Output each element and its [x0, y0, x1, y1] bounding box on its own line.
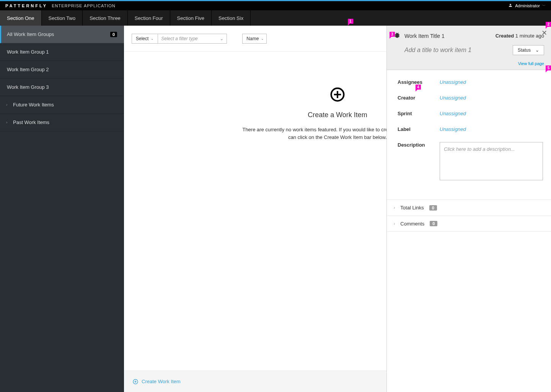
field-value-creator[interactable]: Unassigned: [440, 95, 466, 101]
sidebar-item-label: Work Item Group 3: [7, 84, 49, 90]
field-value-label[interactable]: Unassigned: [440, 126, 466, 132]
user-menu[interactable]: Administrator ﹀: [508, 3, 546, 8]
user-icon: [508, 3, 513, 8]
annotation-marker-3: 3: [390, 32, 395, 37]
annotation-marker-4: 4: [416, 85, 421, 90]
chevron-down-icon: ⌄: [535, 47, 539, 53]
select-dropdown[interactable]: Select ⌄: [132, 34, 158, 44]
sidebar: All Work Item Groups 0 Work Item Group 1…: [0, 26, 124, 392]
field-label-creator: Creator: [398, 95, 440, 101]
field-label-label: Label: [398, 126, 440, 132]
brand: PATTERNFLY ENTERPRISE APPLICATION: [5, 3, 116, 8]
sort-dropdown[interactable]: Name ⌄: [242, 34, 267, 44]
nav-section-four[interactable]: Section Four: [128, 10, 170, 26]
brand-name: PATTERNFLY: [5, 3, 47, 8]
status-dropdown[interactable]: Status ⌄: [513, 45, 544, 55]
filter-group: Select ⌄ Select a filter type ⌄: [132, 34, 227, 44]
annotation-marker-2: 2: [546, 22, 551, 27]
user-name: Administrator: [515, 3, 540, 8]
nav-section-three[interactable]: Section Three: [83, 10, 128, 26]
close-icon[interactable]: ✕: [541, 29, 547, 37]
count-badge: 0: [429, 205, 437, 211]
sidebar-item-label: Past Work Items: [13, 119, 49, 125]
view-full-page-link[interactable]: View full page: [518, 61, 544, 66]
nav-section-five[interactable]: Section Five: [170, 10, 212, 26]
sidebar-item-label: All Work Item Groups: [7, 31, 54, 37]
detail-panel: ✕ Work Item Title 1 Created 1 minute ago…: [386, 26, 551, 392]
filter-type-select[interactable]: Select a filter type ⌄: [158, 34, 227, 44]
annotation-marker-5: 5: [546, 65, 551, 70]
bug-icon: [394, 32, 401, 40]
sidebar-item-label: Future Work Items: [13, 102, 54, 108]
panel-body: Assignees Unassigned Creator Unassigned …: [387, 70, 551, 199]
chevron-down-icon: ⌄: [151, 37, 154, 41]
brand-sub: ENTERPRISE APPLICATION: [52, 3, 116, 8]
annotation-marker-1: 1: [348, 19, 353, 24]
masthead: PATTERNFLY ENTERPRISE APPLICATION Admini…: [0, 1, 551, 10]
created-timestamp: Created 1 minute ago: [496, 33, 544, 39]
accordion-total-links[interactable]: › Total Links 0: [387, 199, 551, 216]
chevron-down-icon: ⌄: [261, 37, 264, 41]
sidebar-item-group-1[interactable]: Work Item Group 1: [0, 43, 124, 61]
sidebar-item-all-groups[interactable]: All Work Item Groups 0: [0, 26, 124, 43]
work-item-title: Work Item Title 1: [404, 33, 445, 39]
field-label-assignees: Assignees: [398, 79, 440, 85]
field-value-assignees[interactable]: Unassigned: [440, 79, 466, 85]
chevron-right-icon: ›: [394, 206, 395, 210]
panel-header: ✕ Work Item Title 1 Created 1 minute ago…: [387, 26, 551, 70]
field-label-sprint: Sprint: [398, 111, 440, 116]
title-input-placeholder[interactable]: Add a title to work item 1: [404, 47, 471, 54]
accordion-label: Comments: [400, 221, 424, 227]
create-work-item-button[interactable]: Create Work Item: [132, 379, 181, 385]
field-label-description: Description: [398, 142, 440, 148]
plus-circle-icon: [329, 86, 346, 104]
create-work-item-label: Create Work Item: [142, 379, 181, 384]
chevron-down-icon: ⌄: [220, 36, 223, 41]
content-area: All Work Item Groups 0 Work Item Group 1…: [0, 26, 551, 392]
nav-section-two[interactable]: Section Two: [42, 10, 83, 26]
description-input[interactable]: Click here to add a description...: [440, 142, 543, 180]
field-value-sprint[interactable]: Unassigned: [440, 111, 466, 116]
nav-section-one[interactable]: Section One: [0, 10, 42, 26]
chevron-down-icon: ﹀: [542, 3, 546, 8]
sidebar-item-label: Work Item Group 2: [7, 67, 49, 72]
empty-state-title: Create a Work Item: [308, 111, 367, 119]
chevron-right-icon: ›: [6, 120, 7, 124]
count-badge: 0: [430, 221, 437, 226]
accordion-comments[interactable]: › Comments 0: [387, 216, 551, 232]
chevron-right-icon: ›: [394, 222, 395, 226]
count-badge: 0: [110, 32, 117, 37]
sidebar-item-group-2[interactable]: Work Item Group 2: [0, 61, 124, 78]
accordion-label: Total Links: [400, 205, 424, 211]
sidebar-item-label: Work Item Group 1: [7, 49, 49, 55]
nav-section-six[interactable]: Section Six: [212, 10, 251, 26]
primary-nav: Section One Section Two Section Three Se…: [0, 10, 551, 26]
chevron-right-icon: ›: [6, 103, 7, 107]
sidebar-item-future[interactable]: › Future Work Items: [0, 96, 124, 114]
sidebar-item-past[interactable]: › Past Work Items: [0, 114, 124, 131]
sidebar-item-group-3[interactable]: Work Item Group 3: [0, 78, 124, 96]
